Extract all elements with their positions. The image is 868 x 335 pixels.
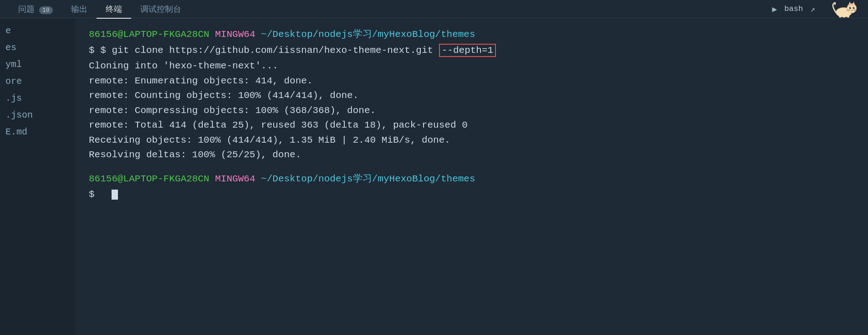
split-terminal-button[interactable]: ↗	[807, 2, 818, 16]
path-2: ~/Desktop/nodejs学习/myHexoBlog/themes	[261, 172, 475, 187]
sidebar-item-readme[interactable]: E.md	[0, 124, 75, 140]
user-host-2: 86156@LAPTOP-FKGA28CN	[89, 172, 209, 187]
depth-param: --depth=1	[439, 44, 496, 57]
tab-problems[interactable]: 问题 10	[9, 0, 62, 18]
sidebar-item-e[interactable]: e	[0, 23, 75, 39]
tab-output-label: 输出	[71, 5, 87, 14]
sidebar-item-es[interactable]: es	[0, 40, 75, 56]
svg-point-6	[849, 7, 851, 9]
tab-terminal[interactable]: 终端	[97, 0, 131, 18]
svg-point-1	[847, 3, 857, 13]
terminal-session-1: 86156@LAPTOP-FKGA28CN MINGW64 ~/Desktop/…	[89, 27, 854, 163]
tab-bar-right: ▶ bash ↗	[770, 0, 859, 18]
mascot-decoration	[822, 0, 859, 18]
main-area: e es yml ore .js .json E.md 86156@LAPTOP…	[0, 18, 868, 335]
prompt-line-1: 86156@LAPTOP-FKGA28CN MINGW64 ~/Desktop/…	[89, 27, 854, 42]
svg-point-7	[853, 7, 854, 9]
sidebar-item-json[interactable]: .json	[0, 107, 75, 123]
svg-point-8	[850, 7, 851, 7]
sidebar-item-js[interactable]: .js	[0, 90, 75, 106]
file-sidebar: e es yml ore .js .json E.md	[0, 18, 75, 335]
command-line-1: $ $ git clone https://github.com/iissnan…	[89, 43, 854, 58]
output-line-3: remote: Counting objects: 100% (414/414)…	[89, 88, 854, 103]
tab-output[interactable]: 输出	[62, 0, 97, 18]
shell-name-1: MINGW64	[215, 27, 255, 42]
path-1: ~/Desktop/nodejs学习/myHexoBlog/themes	[261, 27, 475, 42]
dollar-sign-1: $	[89, 45, 100, 56]
tab-bar: 问题 10 输出 终端 调试控制台 ▶ bash ↗	[0, 0, 868, 18]
tab-debug-console-label: 调试控制台	[140, 5, 181, 14]
new-terminal-button[interactable]: ▶	[770, 2, 780, 16]
output-line-1: Cloning into 'hexo-theme-next'...	[89, 59, 854, 74]
bash-label: bash	[784, 5, 803, 13]
tab-terminal-label: 终端	[106, 5, 122, 14]
tab-problems-label: 问题	[18, 5, 35, 14]
shell-name-2: MINGW64	[215, 172, 255, 187]
git-command: $ git clone https://github.com/iissnan/h…	[100, 45, 433, 56]
terminal-cursor	[112, 190, 118, 200]
output-line-4: remote: Compressing objects: 100% (368/3…	[89, 103, 854, 119]
sidebar-item-yml[interactable]: yml	[0, 57, 75, 72]
user-host-1: 86156@LAPTOP-FKGA28CN	[89, 27, 209, 42]
output-line-5: remote: Total 414 (delta 25), reused 363…	[89, 118, 854, 133]
output-line-7: Resolving deltas: 100% (25/25), done.	[89, 148, 854, 163]
new-prompt-line: $	[89, 187, 854, 202]
tab-debug-console[interactable]: 调试控制台	[131, 0, 190, 18]
dollar-sign-2: $	[89, 189, 95, 200]
tab-problems-badge: 10	[39, 6, 53, 14]
svg-rect-15	[839, 15, 841, 17]
terminal-panel[interactable]: 86156@LAPTOP-FKGA28CN MINGW64 ~/Desktop/…	[75, 18, 868, 335]
svg-point-9	[854, 7, 854, 7]
sidebar-item-ore[interactable]: ore	[0, 73, 75, 89]
prompt-line-2: 86156@LAPTOP-FKGA28CN MINGW64 ~/Desktop/…	[89, 172, 854, 187]
terminal-session-2: 86156@LAPTOP-FKGA28CN MINGW64 ~/Desktop/…	[89, 172, 854, 202]
svg-rect-16	[843, 15, 845, 17]
mascot-icon	[827, 0, 859, 18]
output-line-6: Receiving objects: 100% (414/414), 1.35 …	[89, 133, 854, 148]
svg-rect-17	[847, 15, 849, 17]
output-line-2: remote: Enumerating objects: 414, done.	[89, 74, 854, 89]
